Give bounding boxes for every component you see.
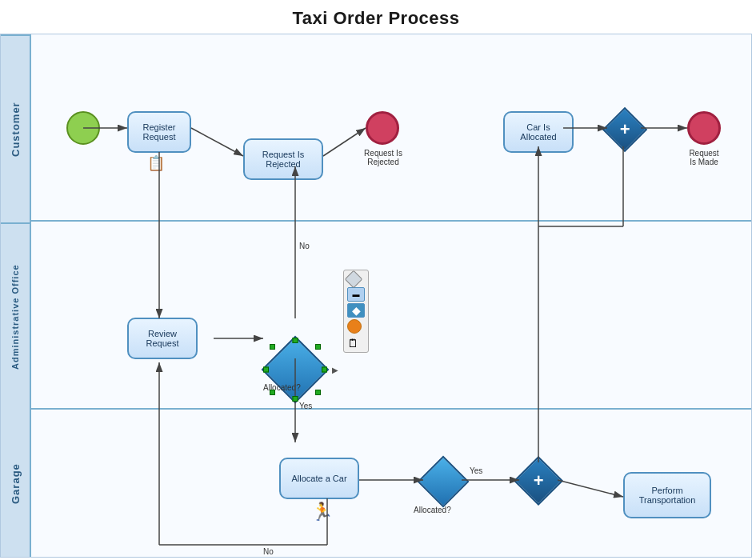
- perform-transportation-node[interactable]: Perform Transportation: [623, 472, 711, 518]
- lane-garage: Allocate a Car 🏃 Allocated? +: [31, 410, 751, 557]
- request-rejected-node[interactable]: Request Is Rejected: [243, 138, 323, 180]
- end-rejected-circle: [366, 111, 399, 145]
- lanes-content: No Yes Yes: [31, 34, 751, 557]
- plus-icon: +: [620, 121, 630, 138]
- toolbar-diamond2-btn[interactable]: ◆: [347, 303, 365, 318]
- handle-tl[interactable]: [270, 344, 275, 350]
- handle-bl[interactable]: [270, 390, 275, 395]
- end-made-label: Request Is Made: [676, 149, 732, 166]
- allocate-car-node[interactable]: Allocate a Car: [279, 458, 359, 499]
- lane-label-admin: Administrative Office: [1, 222, 30, 410]
- parallel-gateway-garage-shape: +: [514, 455, 563, 505]
- toolbar-circle-btn[interactable]: [347, 319, 362, 334]
- allocated-label-garage: Allocated?: [414, 506, 451, 514]
- lane-label-customer: Customer: [1, 34, 30, 222]
- runner-icon: 🏃: [311, 502, 333, 522]
- diagram-container: Taxi Order Process Customer Administrati…: [0, 0, 752, 560]
- handle-right[interactable]: [322, 367, 327, 373]
- lanes-wrapper: Customer Administrative Office Garage: [0, 34, 752, 558]
- register-request-node[interactable]: Register Request: [127, 111, 191, 153]
- plus-icon-garage: +: [534, 472, 544, 490]
- expand-arrow: ▶: [332, 366, 338, 374]
- allocated-label-admin: Allocated?: [263, 383, 301, 392]
- decision-diamond-garage[interactable]: [423, 462, 463, 502]
- diagram-title: Taxi Order Process: [0, 0, 752, 34]
- document-icon: 📋: [147, 154, 165, 172]
- car-allocated-node[interactable]: Car Is Allocated: [503, 111, 574, 153]
- parallel-gateway-garage[interactable]: +: [519, 462, 558, 500]
- end-rejected-label: Request Is Rejected: [347, 149, 419, 166]
- end-rejected-event: [366, 111, 399, 145]
- handle-top[interactable]: [293, 338, 298, 343]
- handle-tr[interactable]: [315, 344, 321, 350]
- review-request-node[interactable]: Review Request: [127, 318, 198, 359]
- parallel-gateway-customer[interactable]: +: [607, 112, 642, 147]
- toolbar-diamond-btn[interactable]: [345, 270, 363, 289]
- start-event: [66, 111, 100, 145]
- handle-br[interactable]: [315, 390, 321, 395]
- doc-symbol: 📋: [147, 154, 165, 172]
- end-made-circle: [687, 111, 721, 145]
- toolbar-note-icon: 🗒: [347, 337, 365, 350]
- handle-bottom[interactable]: [293, 396, 298, 402]
- decision-diamond-admin[interactable]: ▶: [263, 338, 327, 402]
- shape-toolbar[interactable]: ▬ ◆ 🗒: [343, 270, 369, 353]
- person-symbol: 🏃: [311, 502, 333, 522]
- end-made-event: [687, 111, 721, 145]
- start-circle: [66, 111, 100, 145]
- lane-admin: Review Request ▶: [31, 222, 751, 409]
- handle-left[interactable]: [263, 367, 269, 373]
- lane-labels: Customer Administrative Office Garage: [1, 34, 31, 557]
- lane-customer: Register Request 📋 Request Is Rejected R…: [31, 34, 751, 222]
- parallel-gateway-shape: +: [602, 107, 648, 153]
- toolbar-rect-btn[interactable]: ▬: [347, 287, 365, 302]
- lane-label-garage: Garage: [1, 410, 30, 557]
